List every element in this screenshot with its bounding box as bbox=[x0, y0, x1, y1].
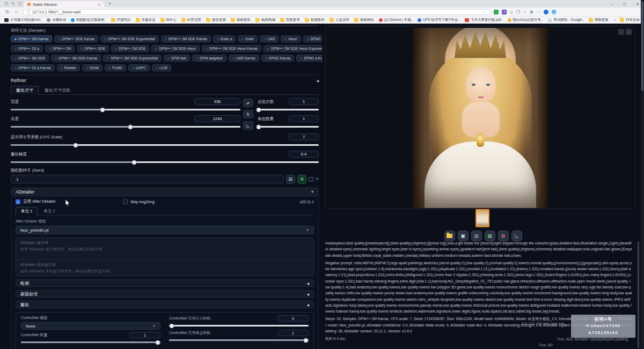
width-input[interactable]: 936 bbox=[194, 98, 240, 105]
tab-layout-icon[interactable]: ▢ bbox=[17, 0, 24, 8]
controlnet-start-input[interactable]: 0 bbox=[277, 315, 309, 322]
send-to-img2img-button[interactable]: ▦ bbox=[485, 231, 495, 241]
new-tab-button[interactable]: + bbox=[108, 1, 111, 6]
sampler-option[interactable]: PLMS bbox=[105, 64, 126, 71]
sampler-option[interactable]: Euler a bbox=[213, 35, 236, 42]
adetailer-prompt-textarea[interactable]: ADetailer 提示词 如果 ADetailer 提示词为空，将会使用正向提… bbox=[16, 238, 313, 259]
controlnet-model-dropdown[interactable]: None ▼ bbox=[21, 322, 160, 330]
sampler-option[interactable]: DPM++ 2S a Karras bbox=[11, 64, 55, 71]
more-menu-icon[interactable]: ⋯ bbox=[537, 10, 541, 14]
sampler-option[interactable]: DPM++ 2M SDE Heun Karras bbox=[202, 45, 261, 52]
controlnet-start-slider[interactable] bbox=[169, 325, 309, 326]
bookmark-item[interactable]: 粤熟悉聚 bbox=[589, 18, 609, 23]
adetailer-accordion[interactable]: ADetailer ▼ bbox=[11, 188, 319, 196]
sampler-option[interactable]: Restart bbox=[57, 64, 80, 71]
send-to-inpaint-button[interactable]: ✿ bbox=[498, 231, 509, 241]
seed-input[interactable]: -1 bbox=[11, 175, 284, 183]
sampler-option[interactable]: Heun bbox=[281, 35, 301, 42]
bookmark-item[interactable]: 电商商城 bbox=[255, 18, 275, 23]
batch-size-input[interactable]: 1 bbox=[289, 115, 319, 122]
sampler-option[interactable]: LMS Karras bbox=[229, 55, 259, 62]
detect-size-button[interactable]: ◺ bbox=[243, 121, 253, 130]
save-image-button[interactable]: ▣ bbox=[458, 231, 469, 241]
address-bar[interactable]: ⓘ 127.0.0.1:7860/?__theme=dark ☆ bbox=[23, 9, 491, 15]
home-icon[interactable]: ⌂ bbox=[13, 10, 19, 14]
denoising-slider[interactable] bbox=[11, 161, 319, 163]
width-slider[interactable] bbox=[11, 109, 240, 110]
shield-icon[interactable]: ◇ bbox=[510, 10, 513, 14]
batch-count-input[interactable]: 1 bbox=[289, 98, 319, 105]
enable-adetailer-checkbox[interactable]: ✓ bbox=[16, 199, 20, 204]
sampler-option[interactable]: DPM2 Karras bbox=[261, 55, 295, 62]
bookmark-item[interactable]: G布局图纸 - Google.. bbox=[547, 18, 583, 23]
sampler-option[interactable]: DPM fast bbox=[164, 55, 190, 62]
profile-avatar[interactable] bbox=[544, 10, 548, 14]
extension-translate-icon[interactable]: A bbox=[502, 10, 507, 14]
browser-tab[interactable]: Stable Diffusion ✕ bbox=[24, 1, 104, 8]
info-scrollbar[interactable] bbox=[638, 241, 639, 348]
bookmark-item[interactable]: 科普运营 bbox=[181, 18, 201, 23]
inpaint-accordion[interactable]: 重绘 ◀ bbox=[16, 301, 314, 308]
reuse-seed-button[interactable]: ♻ bbox=[297, 175, 306, 184]
save-zip-button[interactable]: ▤ bbox=[471, 231, 482, 241]
sampler-option[interactable]: DPM++ 3M SDE Karras bbox=[51, 55, 101, 62]
sampler-option[interactable]: DPM++ 2S a bbox=[11, 45, 43, 52]
page-scrollbar[interactable] bbox=[641, 0, 644, 349]
sampler-option[interactable]: DPM++ 3M SDE Exponential bbox=[103, 55, 162, 62]
bookmark-item[interactable]: 天翼表演 bbox=[136, 18, 156, 23]
bookmark-item[interactable]: 日常记录 bbox=[620, 18, 640, 23]
bookmarks-overflow-icon[interactable]: › bbox=[614, 18, 616, 23]
bookmark-item[interactable]: 素材网站 bbox=[354, 18, 374, 23]
denoising-input[interactable]: 0.4 bbox=[289, 151, 319, 158]
close-preview-icon[interactable]: × bbox=[626, 29, 632, 35]
favorites-icon[interactable]: ☆ bbox=[523, 10, 527, 14]
send-to-extras-button[interactable]: ◺ bbox=[511, 231, 522, 241]
tab-unit-1[interactable]: 单元 1 bbox=[16, 207, 38, 216]
skip-img2img-checkbox[interactable] bbox=[123, 199, 128, 204]
bookmark-item[interactable]: 水獭快传 bbox=[47, 18, 66, 23]
controlnet-weight-input[interactable]: 1 bbox=[129, 332, 160, 338]
tab-unit-2[interactable]: 单元 2 bbox=[39, 207, 60, 215]
bookmark-item[interactable]: 介绍服片喵拍摄Incl.. bbox=[4, 18, 42, 23]
random-seed-button[interactable]: ⚄ bbox=[286, 175, 295, 184]
seed-extra-caret-icon[interactable]: ▼ bbox=[316, 177, 319, 181]
refiner-accordion[interactable]: Refiner ◀ bbox=[11, 75, 319, 83]
favorite-star-icon[interactable]: ☆ bbox=[483, 10, 486, 14]
refresh-icon[interactable]: ↻ bbox=[4, 10, 10, 14]
height-slider[interactable] bbox=[11, 126, 240, 128]
bookmark-item[interactable]: 开源同步 bbox=[111, 18, 131, 23]
open-folder-button[interactable] bbox=[444, 231, 455, 241]
adetailer-model-dropdown[interactable]: face_yolov8n.pt ▼ bbox=[16, 226, 314, 234]
workspace-icon[interactable]: ◫ bbox=[3, 0, 10, 8]
site-info-icon[interactable]: ⓘ bbox=[27, 10, 30, 14]
bookmark-item[interactable]: 人生演算 bbox=[330, 18, 349, 23]
sampler-option[interactable]: DPM++ 2M bbox=[45, 45, 75, 52]
sampler-option[interactable]: DPM adaptive bbox=[192, 55, 226, 62]
split-screen-icon[interactable]: ❐ bbox=[516, 10, 520, 14]
sampler-option[interactable]: DPM2 bbox=[303, 35, 322, 42]
extension-green-icon[interactable] bbox=[494, 10, 499, 14]
height-input[interactable]: 1240 bbox=[194, 115, 240, 122]
batch-count-slider[interactable] bbox=[258, 109, 319, 110]
bookmark-item[interactable]: 视觉资源 bbox=[206, 18, 226, 23]
sampler-option[interactable]: DPM++ 2M Karras bbox=[11, 35, 52, 42]
sampler-option[interactable]: DPM++ SDE bbox=[77, 45, 109, 52]
tab-resize-by[interactable]: 重绘尺寸倍数 bbox=[40, 86, 75, 94]
extra-seed-checkbox[interactable] bbox=[309, 177, 313, 182]
download-image-icon[interactable]: ↓ bbox=[618, 29, 624, 35]
controlnet-end-slider[interactable] bbox=[169, 339, 309, 341]
bookmark-item[interactable]: AI中心 bbox=[160, 18, 177, 23]
bookmark-item[interactable]: 影视教程 bbox=[305, 18, 325, 23]
copilot-icon[interactable] bbox=[552, 10, 557, 14]
maximize-button[interactable]: ▢ bbox=[618, 1, 631, 8]
bookmark-item[interactable]: (1) Discord | 常规.. bbox=[379, 18, 413, 23]
swap-dimensions-button[interactable]: ⇄ bbox=[243, 99, 253, 107]
tab-resize-to[interactable]: 重绘尺寸 bbox=[11, 86, 39, 95]
sampler-option[interactable]: DPM++ 2M SDE bbox=[111, 45, 149, 52]
minimize-button[interactable]: ─ bbox=[605, 1, 618, 8]
sampler-option[interactable]: LCM bbox=[152, 64, 171, 71]
sampler-option[interactable]: DPM++ 2M SDE Exponential bbox=[100, 35, 159, 42]
sampler-option[interactable]: Euler bbox=[238, 35, 258, 42]
sampler-option[interactable]: DDIM bbox=[82, 64, 103, 71]
generated-image[interactable] bbox=[413, 28, 548, 208]
